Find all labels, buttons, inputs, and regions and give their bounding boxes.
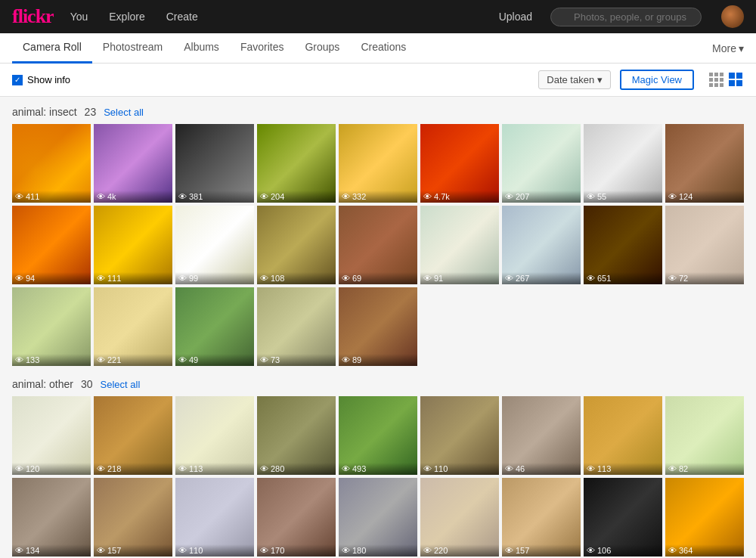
tab-creations[interactable]: Creations xyxy=(350,33,417,64)
show-info-checkbox[interactable]: ✓ Show info xyxy=(12,74,70,85)
photo-cell[interactable]: 👁69 xyxy=(339,206,417,284)
toolbar: ✓ Show info Date taken ▾ Magic View xyxy=(0,64,756,97)
insect-row-2: 👁94 👁111 👁99 👁108 👁69 👁91 👁267 👁651 👁72 xyxy=(12,206,744,284)
photo-cell[interactable]: 👁72 xyxy=(665,206,744,284)
subnav: Camera Roll Photostream Albums Favorites… xyxy=(0,33,756,64)
photo-cell[interactable]: 👁4k xyxy=(94,124,172,203)
photo-cell[interactable]: 👁133 xyxy=(12,287,91,366)
photo-cell[interactable]: 👁89 xyxy=(339,287,417,366)
tab-photostream[interactable]: Photostream xyxy=(92,33,173,64)
avatar[interactable] xyxy=(721,5,744,28)
photo-cell[interactable]: 👁651 xyxy=(584,206,662,284)
photo-cell[interactable]: 👁113 xyxy=(175,396,254,475)
photo-cell[interactable]: 👁82 xyxy=(665,396,744,475)
photo-cell[interactable]: 👁157 xyxy=(94,478,172,556)
photo-cell[interactable]: 👁218 xyxy=(94,396,172,475)
photo-cell[interactable]: 👁120 xyxy=(12,396,91,475)
photo-cell[interactable]: 👁220 xyxy=(420,478,499,556)
photo-cell[interactable]: 👁99 xyxy=(175,206,254,284)
category-insect-header: animal: insect 23 Select all xyxy=(12,106,744,118)
header: flickr You Explore Create Upload 🔍 xyxy=(0,0,756,33)
photo-cell[interactable]: 👁180 xyxy=(339,478,417,556)
photo-cell[interactable]: 👁110 xyxy=(175,478,254,556)
photo-cell[interactable]: 👁55 xyxy=(584,124,662,203)
grid-view-2-button[interactable] xyxy=(729,73,744,88)
photo-cell[interactable]: 👁493 xyxy=(339,396,417,475)
photo-cell[interactable]: 👁204 xyxy=(257,124,336,203)
tab-favorites[interactable]: Favorites xyxy=(230,33,295,64)
search-wrapper: 🔍 xyxy=(550,8,702,26)
photo-cell[interactable]: 👁134 xyxy=(12,478,91,556)
photo-cell[interactable]: 👁411 xyxy=(12,124,91,203)
photo-cell[interactable]: 👁364 xyxy=(665,478,744,556)
nav-you[interactable]: You xyxy=(66,8,93,26)
select-all-insect[interactable]: Select all xyxy=(104,107,144,118)
photo-cell[interactable]: 👁4.7k xyxy=(420,124,499,203)
view-toggle xyxy=(709,73,744,88)
flickr-logo[interactable]: flickr xyxy=(12,5,54,28)
photo-cell[interactable]: 👁73 xyxy=(257,287,336,366)
other-row-1: 👁120 👁218 👁113 👁280 👁493 👁110 👁46 👁113 👁… xyxy=(12,396,744,475)
nav-explore[interactable]: Explore xyxy=(104,8,149,26)
category-other-count: 30 xyxy=(81,378,93,390)
search-input[interactable] xyxy=(550,8,702,26)
date-taken-label: Date taken xyxy=(547,74,594,85)
photo-cell[interactable]: 👁207 xyxy=(502,124,581,203)
category-insect-title: animal: insect xyxy=(12,106,77,118)
photo-cell[interactable]: 👁110 xyxy=(420,396,499,475)
photo-cell[interactable]: 👁113 xyxy=(584,396,662,475)
photo-cell[interactable]: 👁108 xyxy=(257,206,336,284)
grid-view-3-button[interactable] xyxy=(709,73,724,88)
date-taken-button[interactable]: Date taken ▾ xyxy=(538,70,611,89)
photo-cell[interactable]: 👁170 xyxy=(257,478,336,556)
checkbox-checked: ✓ xyxy=(12,75,23,85)
category-insect-count: 23 xyxy=(85,106,97,118)
category-other-header: animal: other 30 Select all xyxy=(12,378,744,390)
more-label: More xyxy=(712,42,736,54)
photo-cell[interactable]: 👁280 xyxy=(257,396,336,475)
chevron-down-icon: ▾ xyxy=(739,42,744,54)
other-row-2: 👁134 👁157 👁110 👁170 👁180 👁220 👁157 👁106 … xyxy=(12,478,744,556)
photo-cell[interactable]: 👁46 xyxy=(502,396,581,475)
photo-cell[interactable]: 👁221 xyxy=(94,287,172,366)
photo-cell[interactable]: 👁111 xyxy=(94,206,172,284)
tab-groups[interactable]: Groups xyxy=(294,33,350,64)
photo-cell[interactable]: 👁267 xyxy=(502,206,581,284)
magic-view-button[interactable]: Magic View xyxy=(620,70,694,90)
category-other-title: animal: other xyxy=(12,378,73,390)
insect-row-1: 👁411 👁4k 👁381 👁204 👁332 👁4.7k 👁207 👁55 👁… xyxy=(12,124,744,203)
photo-cell[interactable]: 👁332 xyxy=(339,124,417,203)
tab-camera-roll[interactable]: Camera Roll xyxy=(12,33,92,64)
dropdown-arrow-icon: ▾ xyxy=(597,74,603,85)
photo-cell[interactable]: 👁49 xyxy=(175,287,254,366)
photo-cell[interactable]: 👁106 xyxy=(584,478,662,556)
upload-button[interactable]: Upload xyxy=(499,11,532,23)
main-content: animal: insect 23 Select all 👁411 👁4k 👁3… xyxy=(0,97,756,558)
photo-cell[interactable]: 👁91 xyxy=(420,206,499,284)
show-info-label: Show info xyxy=(27,74,70,85)
more-button[interactable]: More ▾ xyxy=(712,42,744,54)
photo-cell[interactable]: 👁94 xyxy=(12,206,91,284)
photo-cell[interactable]: 👁124 xyxy=(665,124,744,203)
photo-cell[interactable]: 👁381 xyxy=(175,124,254,203)
tab-albums[interactable]: Albums xyxy=(173,33,230,64)
nav-create[interactable]: Create xyxy=(162,8,203,26)
select-all-other[interactable]: Select all xyxy=(101,379,141,390)
photo-cell[interactable]: 👁157 xyxy=(502,478,581,556)
insect-row-3: 👁133 👁221 👁49 👁73 👁89 xyxy=(12,287,744,366)
